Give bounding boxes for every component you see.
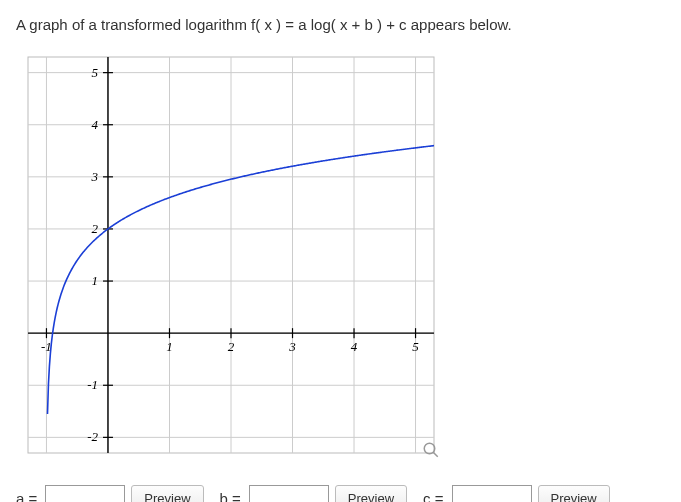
preview-b-button[interactable]: Preview <box>335 485 407 502</box>
preview-c-button[interactable]: Preview <box>538 485 610 502</box>
question-text: A graph of a transformed logarithm f( x … <box>16 16 665 33</box>
label-b: b = <box>220 490 241 503</box>
input-c[interactable] <box>452 485 532 502</box>
svg-text:3: 3 <box>288 339 296 354</box>
label-c: c = <box>423 490 443 503</box>
svg-text:-2: -2 <box>87 429 98 444</box>
svg-text:-1: -1 <box>87 377 98 392</box>
svg-text:5: 5 <box>412 339 419 354</box>
svg-text:1: 1 <box>91 273 98 288</box>
label-a: a = <box>16 490 37 503</box>
svg-line-45 <box>433 452 438 457</box>
input-b[interactable] <box>249 485 329 502</box>
svg-text:4: 4 <box>351 339 358 354</box>
preview-a-button[interactable]: Preview <box>131 485 203 502</box>
chart: -112345-2-112345 <box>16 45 446 465</box>
magnifier-icon[interactable] <box>420 439 442 461</box>
svg-text:2: 2 <box>91 221 98 236</box>
svg-text:3: 3 <box>90 169 98 184</box>
svg-text:1: 1 <box>166 339 173 354</box>
svg-point-44 <box>424 443 435 454</box>
input-a[interactable] <box>45 485 125 502</box>
svg-text:4: 4 <box>91 117 98 132</box>
answer-row: a = Preview b = Preview c = Preview <box>16 485 665 502</box>
svg-text:5: 5 <box>91 65 98 80</box>
svg-text:2: 2 <box>228 339 235 354</box>
